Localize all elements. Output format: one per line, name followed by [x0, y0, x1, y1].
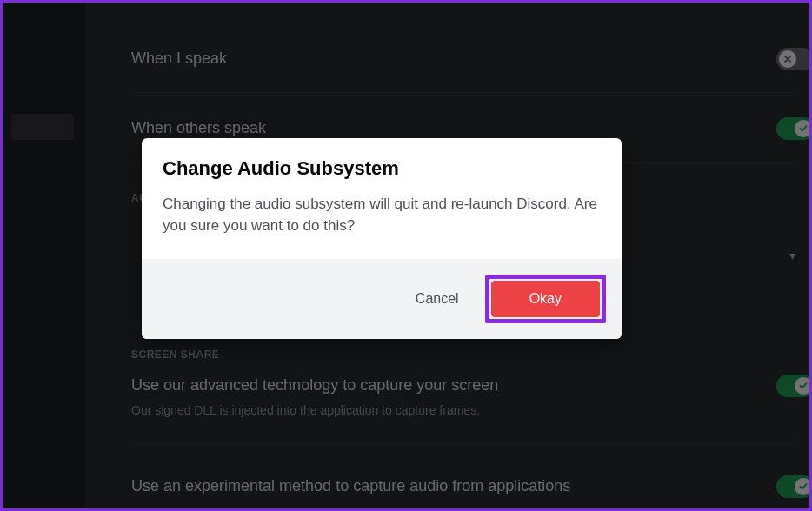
modal-text: Changing the audio subsystem will quit a…: [163, 194, 601, 236]
okay-button[interactable]: Okay: [491, 281, 600, 317]
modal-body: Change Audio Subsystem Changing the audi…: [142, 138, 622, 259]
okay-button-highlight: Okay: [485, 275, 606, 323]
modal-title: Change Audio Subsystem: [163, 157, 601, 180]
cancel-button[interactable]: Cancel: [405, 284, 469, 314]
modal-change-audio-subsystem: Change Audio Subsystem Changing the audi…: [142, 138, 622, 339]
modal-footer: Cancel Okay: [142, 259, 622, 339]
